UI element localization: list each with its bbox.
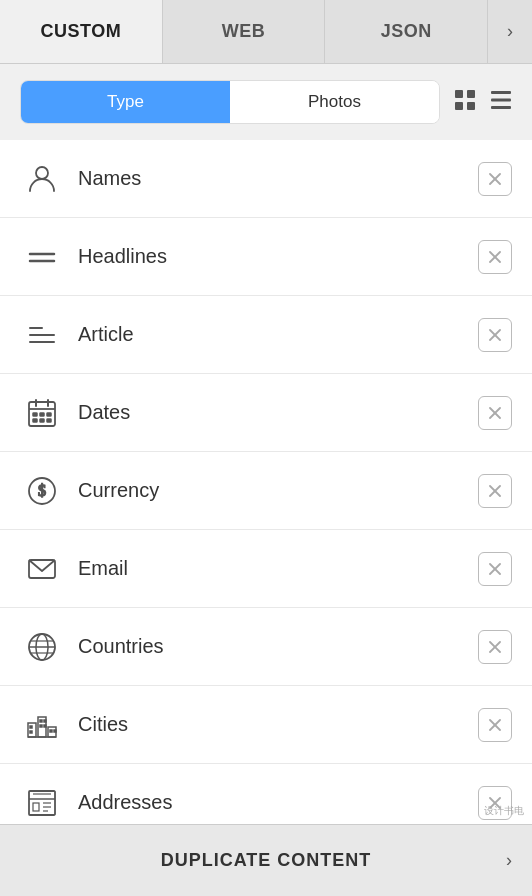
list-item[interactable]: Headlines (0, 218, 532, 296)
svg-rect-3 (467, 102, 475, 110)
close-button[interactable] (478, 552, 512, 586)
person-icon (20, 157, 64, 201)
svg-rect-53 (30, 726, 32, 728)
chevron-right-icon: › (506, 850, 512, 871)
close-button[interactable] (478, 708, 512, 742)
svg-rect-4 (491, 91, 511, 94)
list-view-icon[interactable] (490, 89, 512, 116)
list-item[interactable]: Names (0, 140, 532, 218)
item-label: Cities (78, 713, 478, 736)
svg-text:$: $ (38, 482, 46, 499)
svg-rect-0 (455, 90, 463, 98)
globe-icon (20, 625, 64, 669)
article-icon (20, 313, 64, 357)
item-label: Currency (78, 479, 478, 502)
close-button[interactable] (478, 630, 512, 664)
svg-rect-49 (40, 720, 42, 722)
grid-view-icon[interactable] (454, 89, 476, 116)
close-button[interactable] (478, 474, 512, 508)
tab-bar: CUSTOM WEB JSON › (0, 0, 532, 64)
list-item[interactable]: Article (0, 296, 532, 374)
chevron-right-icon: › (507, 21, 513, 42)
svg-rect-54 (30, 731, 32, 733)
svg-rect-6 (491, 106, 511, 109)
addresses-icon (20, 781, 64, 825)
svg-rect-45 (28, 723, 36, 737)
svg-rect-28 (47, 419, 51, 422)
photos-toggle-button[interactable]: Photos (230, 81, 439, 123)
cities-icon (20, 703, 64, 747)
item-label: Dates (78, 401, 478, 424)
svg-rect-52 (44, 725, 46, 727)
calendar-icon (20, 391, 64, 435)
toggle-row: Type Photos (0, 64, 532, 140)
type-toggle-button[interactable]: Type (21, 81, 230, 123)
type-photos-toggle: Type Photos (20, 80, 440, 124)
content-list: Names Headlines (0, 140, 532, 824)
svg-rect-51 (40, 725, 42, 727)
item-label: Names (78, 167, 478, 190)
list-item[interactable]: Addresses (0, 764, 532, 824)
close-button[interactable] (478, 318, 512, 352)
svg-rect-56 (54, 730, 56, 732)
headlines-icon (20, 235, 64, 279)
svg-rect-50 (44, 720, 46, 722)
svg-rect-27 (40, 419, 44, 422)
svg-rect-23 (33, 413, 37, 416)
svg-rect-26 (33, 419, 37, 422)
tab-custom[interactable]: CUSTOM (0, 0, 163, 63)
email-icon (20, 547, 64, 591)
duplicate-content-button[interactable]: DUPLICATE CONTENT › (0, 824, 532, 896)
svg-rect-25 (47, 413, 51, 416)
close-button[interactable] (478, 162, 512, 196)
item-label: Headlines (78, 245, 478, 268)
close-button[interactable] (478, 396, 512, 430)
svg-rect-61 (33, 803, 39, 811)
item-label: Addresses (78, 791, 478, 814)
svg-rect-5 (491, 98, 511, 101)
watermark: 设计书电 (484, 804, 524, 818)
close-button[interactable] (478, 240, 512, 274)
svg-rect-55 (50, 730, 52, 732)
list-item[interactable]: Dates (0, 374, 532, 452)
view-controls (454, 89, 512, 116)
list-item[interactable]: Email (0, 530, 532, 608)
tab-more-button[interactable]: › (488, 0, 532, 63)
tab-json[interactable]: JSON (325, 0, 488, 63)
tab-web[interactable]: WEB (163, 0, 326, 63)
svg-rect-2 (455, 102, 463, 110)
list-item[interactable]: Cities (0, 686, 532, 764)
item-label: Article (78, 323, 478, 346)
item-label: Email (78, 557, 478, 580)
svg-rect-24 (40, 413, 44, 416)
list-item[interactable]: $ Currency (0, 452, 532, 530)
currency-icon: $ (20, 469, 64, 513)
list-item[interactable]: Countries (0, 608, 532, 686)
svg-rect-1 (467, 90, 475, 98)
item-label: Countries (78, 635, 478, 658)
duplicate-content-label: DUPLICATE CONTENT (161, 850, 372, 871)
svg-point-7 (36, 167, 48, 179)
